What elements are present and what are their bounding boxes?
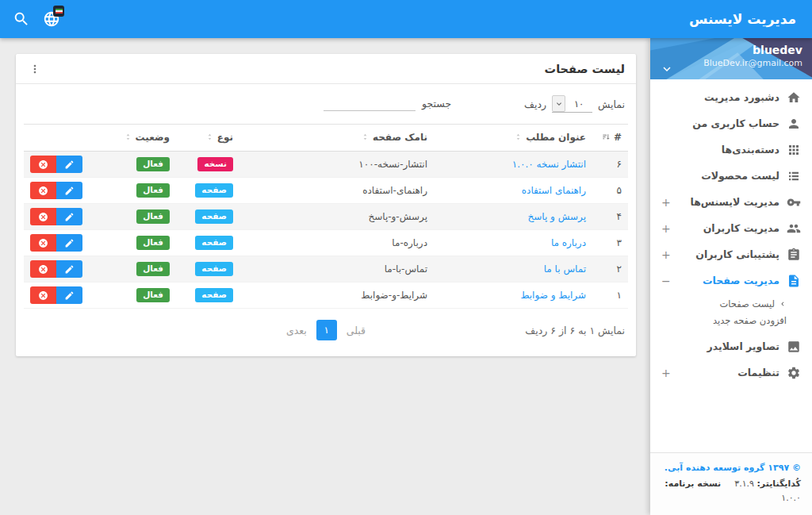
sidebar-subitem[interactable]: افزودن صفحه جدید bbox=[650, 312, 812, 329]
expander-toggle[interactable]: + bbox=[661, 249, 671, 260]
sidebar-item-support[interactable]: پشتیبانی کاربران + bbox=[650, 241, 812, 267]
delete-button[interactable] bbox=[30, 234, 56, 252]
expander-toggle[interactable]: + bbox=[661, 197, 671, 208]
delete-button[interactable] bbox=[30, 208, 56, 225]
pencil-icon bbox=[64, 159, 75, 170]
status-badge: فعال bbox=[136, 183, 170, 198]
circle-x-icon bbox=[38, 264, 48, 275]
gear-icon bbox=[787, 366, 801, 380]
app-title: مدیریت لایسنس bbox=[689, 11, 812, 27]
delete-button[interactable] bbox=[30, 182, 56, 199]
sidebar-item-home[interactable]: دشبورد مدیریت bbox=[650, 84, 812, 110]
column-header-slug[interactable]: نامک صفحه bbox=[239, 125, 434, 152]
sort-icon bbox=[361, 133, 370, 144]
sidebar-item-users[interactable]: مدیریت کاربران + bbox=[650, 215, 812, 241]
table-row: ۴ پرسش و پاسخ پرسش-و-پاسخ صفحه فعال bbox=[24, 204, 628, 230]
row-number: ۳ bbox=[592, 230, 628, 256]
sidebar-item-grid[interactable]: دسته‌بندی‌ها bbox=[650, 136, 812, 163]
sort-icon bbox=[124, 133, 132, 144]
pencil-icon bbox=[64, 290, 75, 301]
column-header-status[interactable]: وضعیت bbox=[111, 125, 176, 152]
search-icon[interactable] bbox=[13, 10, 30, 28]
codeigniter-version: ۳.۱.۹ bbox=[734, 478, 754, 489]
kebab-menu-icon bbox=[29, 63, 41, 75]
column-header-type[interactable]: نوع bbox=[176, 125, 239, 152]
page-slug: راهنمای-استفاده bbox=[239, 178, 434, 204]
sidebar-item-image[interactable]: تصاویر اسلایدر bbox=[650, 333, 812, 359]
grid-icon bbox=[787, 143, 801, 157]
status-badge: فعال bbox=[136, 288, 170, 302]
table-row: ۱ شرایط و ضوابط شرایط-و-ضوابط صفحه فعال bbox=[24, 282, 628, 309]
card-menu-button[interactable] bbox=[27, 60, 43, 79]
edit-button[interactable] bbox=[56, 234, 82, 252]
page-1-button[interactable]: ۱ bbox=[316, 320, 337, 340]
table-row: ۲ تماس با ما تماس-با-ما صفحه فعال bbox=[24, 256, 628, 282]
row-number: ۶ bbox=[592, 152, 628, 178]
table-toolbar: نمایش ۱۰ ردیف جستجو bbox=[16, 84, 636, 124]
language-flag-badge bbox=[53, 6, 64, 17]
sidebar-item-page[interactable]: مدیریت صفحات − bbox=[650, 267, 812, 294]
page-slug: انتشار-نسخه-۱۰۰ bbox=[239, 152, 434, 178]
language-globe-icon[interactable] bbox=[43, 10, 60, 28]
pages-table: # عنوان مطلب نامک صفحه نوع وضعیت ۶ انتشا… bbox=[24, 124, 628, 309]
main-content: لیست صفحات نمایش ۱۰ ردیف جستجو bbox=[0, 38, 650, 515]
row-actions bbox=[30, 208, 82, 225]
edit-button[interactable] bbox=[56, 260, 82, 278]
sort-icon bbox=[205, 133, 214, 144]
key-icon bbox=[787, 195, 801, 209]
page-slug: درباره-ما bbox=[239, 230, 434, 256]
sidebar-item-gear[interactable]: تنظیمات + bbox=[650, 359, 812, 386]
copyright-link[interactable]: © ۱۳۹۷ گروه توسعه دهنده آبی. bbox=[661, 461, 801, 475]
sidebar-footer: © ۱۳۹۷ گروه توسعه دهنده آبی. کُدایگنایتر… bbox=[650, 452, 812, 515]
expander-toggle[interactable]: + bbox=[661, 367, 671, 379]
page-icon bbox=[787, 274, 801, 288]
edit-button[interactable] bbox=[56, 208, 82, 225]
rows-label: ردیف bbox=[524, 98, 546, 110]
sort-active-icon bbox=[602, 133, 611, 144]
page-title-link[interactable]: درباره ما bbox=[551, 237, 586, 248]
version-info: کُدایگنایتر: ۳.۱.۹ نسخه برنامه: ۱.۰.۰ bbox=[661, 477, 801, 505]
sidebar-item-list[interactable]: لیست محصولات bbox=[650, 163, 812, 189]
page-title-link[interactable]: تماس با ما bbox=[544, 263, 586, 275]
column-header-title[interactable]: عنوان مطلب bbox=[434, 125, 592, 152]
edit-button[interactable] bbox=[56, 156, 82, 173]
page-slug: تماس-با-ما bbox=[239, 256, 434, 282]
sidebar-item-user[interactable]: حساب کاربری من bbox=[650, 110, 812, 136]
search-input[interactable] bbox=[324, 95, 416, 111]
pencil-icon bbox=[64, 186, 75, 196]
page-title-link[interactable]: پرسش و پاسخ bbox=[527, 211, 586, 222]
sidebar-subitem[interactable]: لیست صفحات bbox=[650, 295, 812, 312]
status-badge: فعال bbox=[136, 262, 170, 276]
delete-button[interactable] bbox=[30, 286, 56, 304]
page-size-select[interactable]: ۱۰ bbox=[552, 95, 592, 113]
row-number: ۲ bbox=[592, 256, 628, 282]
row-actions bbox=[30, 286, 82, 304]
topbar-icons bbox=[13, 0, 60, 38]
pencil-icon bbox=[64, 264, 75, 275]
edit-button[interactable] bbox=[56, 286, 82, 304]
row-actions bbox=[30, 234, 82, 252]
support-icon bbox=[787, 248, 801, 262]
page-title-link[interactable]: شرایط و ضوابط bbox=[520, 290, 586, 301]
column-header-num[interactable]: # bbox=[592, 125, 628, 152]
page-title-link[interactable]: انتشار نسخه ۱.۰.۰ bbox=[512, 159, 586, 170]
expander-toggle[interactable]: − bbox=[661, 275, 671, 286]
edit-button[interactable] bbox=[56, 182, 82, 199]
user-name: bluedev bbox=[703, 43, 802, 57]
sidebar-item-key[interactable]: مدیریت لایسنس‌ها + bbox=[650, 189, 812, 215]
page-title-link[interactable]: راهنمای استفاده bbox=[522, 185, 586, 196]
pages-card: لیست صفحات نمایش ۱۰ ردیف جستجو bbox=[16, 54, 636, 356]
search-control: جستجو bbox=[324, 95, 451, 111]
expander-toggle[interactable]: + bbox=[661, 223, 671, 234]
previous-page-link[interactable]: قبلی bbox=[347, 325, 366, 336]
page-size-control: نمایش ۱۰ ردیف bbox=[524, 95, 625, 113]
delete-button[interactable] bbox=[30, 156, 56, 173]
circle-x-icon bbox=[38, 186, 48, 196]
user-menu-chevron-button[interactable] bbox=[657, 62, 674, 76]
show-label: نمایش bbox=[598, 98, 625, 110]
pencil-icon bbox=[64, 212, 75, 222]
delete-button[interactable] bbox=[30, 260, 56, 278]
next-page-link[interactable]: بعدی bbox=[286, 325, 307, 336]
image-icon bbox=[787, 340, 801, 354]
sidebar: bluedev BlueDev.ir@gmail.com دشبورد مدیر… bbox=[650, 38, 812, 515]
